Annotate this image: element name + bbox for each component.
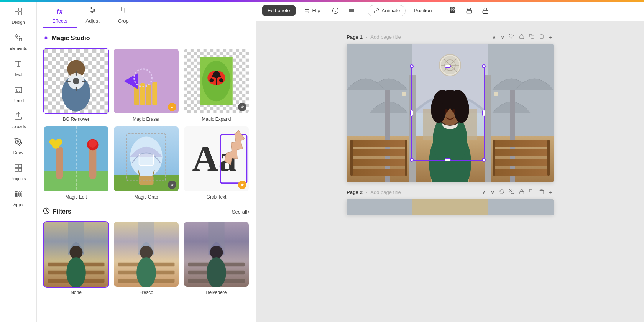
effect-card-magic-grab[interactable]: ♛ Magic Grab: [113, 126, 179, 200]
svg-rect-142: [350, 140, 407, 147]
svg-point-11: [18, 191, 19, 192]
sidebar-item-draw[interactable]: Draw: [3, 133, 34, 159]
svg-rect-104: [222, 263, 245, 267]
page-2-canvas-partial[interactable]: [347, 199, 554, 215]
svg-rect-123: [520, 36, 524, 38]
magic-studio-grid: BG Remover: [43, 48, 250, 200]
svg-rect-3: [19, 12, 22, 15]
svg-rect-177: [531, 191, 534, 194]
sidebar-item-projects[interactable]: Projects: [3, 159, 34, 185]
effect-thumb-magic-grab: ♛: [113, 126, 179, 192]
svg-rect-7: [16, 89, 18, 91]
page-2-label: Page 2 - Add page title ∧ ∨: [347, 188, 554, 196]
main-area: Edit photo Flip: [256, 0, 644, 322]
svg-rect-1: [19, 8, 22, 11]
sidebar: Design Elements Text Brand: [0, 0, 37, 322]
svg-point-160: [402, 92, 406, 96]
page-1-down-button[interactable]: ∨: [499, 33, 506, 41]
svg-rect-145: [350, 169, 407, 176]
svg-point-162: [494, 92, 498, 96]
menu-button[interactable]: [345, 4, 358, 17]
page-1-up-button[interactable]: ∧: [491, 33, 498, 41]
tab-adjust[interactable]: Adjust: [77, 3, 109, 28]
effect-thumb-bg-remover: [43, 48, 109, 114]
svg-rect-0: [15, 8, 18, 11]
svg-rect-93: [118, 263, 140, 267]
filter-label-none: None: [71, 290, 82, 295]
page-1-hide-button[interactable]: [508, 33, 516, 41]
filter-box-belvedere: [183, 221, 250, 288]
svg-rect-42: [152, 82, 157, 105]
page-1-add-button[interactable]: +: [547, 33, 554, 41]
effect-card-magic-expand[interactable]: ♛ Magic Expand: [183, 48, 250, 122]
page-2-up-button[interactable]: ∧: [481, 188, 488, 196]
filter-card-none[interactable]: None: [43, 221, 109, 295]
transparency-button[interactable]: [447, 4, 460, 17]
filters-header: Filters See all ›: [43, 207, 250, 216]
info-button[interactable]: [329, 4, 342, 17]
page-1-lock-button[interactable]: [518, 33, 526, 41]
sidebar-item-projects-label: Projects: [11, 176, 26, 181]
page-2-add-button[interactable]: +: [547, 188, 554, 196]
effect-label-magic-eraser: Magic Eraser: [133, 117, 160, 122]
sidebar-item-text[interactable]: Text: [3, 55, 34, 80]
svg-rect-87: [48, 279, 70, 283]
lock-button[interactable]: [479, 4, 492, 17]
svg-point-55: [210, 78, 214, 82]
text-icon: [14, 59, 23, 71]
see-all-button[interactable]: See all ›: [232, 209, 250, 215]
effect-card-grab-text[interactable]: Aa ★ Grab Text: [183, 126, 250, 200]
effect-card-magic-eraser[interactable]: ★ Magic Eraser: [113, 48, 179, 122]
see-all-label: See all: [232, 209, 247, 215]
page-2-delete-button[interactable]: [537, 188, 546, 196]
edit-photo-button[interactable]: Edit photo: [262, 5, 296, 16]
filter-card-fresco[interactable]: Fresco: [113, 221, 179, 295]
tab-effects[interactable]: fx Effects: [43, 5, 77, 28]
page-2-duplicate-button[interactable]: [527, 188, 536, 196]
svg-rect-94: [152, 263, 174, 267]
canvas-area[interactable]: Page 1 - Add page title ∧ ∨: [256, 21, 644, 322]
svg-rect-83: [48, 263, 70, 267]
sidebar-item-uploads[interactable]: Uploads: [3, 107, 34, 133]
page-2-title-placeholder[interactable]: Add page title: [370, 189, 401, 195]
svg-point-56: [219, 78, 223, 82]
badge-magic-eraser: ★: [168, 103, 176, 111]
sidebar-item-design[interactable]: Design: [3, 3, 34, 28]
svg-rect-179: [347, 199, 412, 215]
svg-point-12: [20, 191, 21, 192]
page-2-down-button[interactable]: ∨: [489, 188, 496, 196]
flip-button[interactable]: Flip: [299, 5, 326, 16]
svg-rect-2: [15, 12, 18, 15]
effects-tab-label: Effects: [52, 18, 67, 24]
svg-rect-151: [493, 169, 550, 176]
svg-point-117: [376, 10, 377, 11]
effect-card-magic-edit[interactable]: Magic Edit: [43, 126, 109, 200]
page-1-duplicate-button[interactable]: [527, 33, 536, 41]
svg-rect-140: [385, 90, 390, 182]
filter-card-belvedere[interactable]: Belvedere: [183, 221, 250, 295]
page-1-canvas[interactable]: [347, 44, 554, 182]
position-button[interactable]: Position: [409, 5, 437, 16]
filters-title: Filters: [43, 207, 71, 216]
color-button[interactable]: [463, 4, 476, 17]
svg-point-33: [73, 78, 79, 84]
page-1-delete-button[interactable]: [537, 33, 546, 41]
page-1-title-placeholder[interactable]: Add page title: [370, 34, 401, 40]
tab-crop[interactable]: Crop: [109, 3, 138, 28]
magic-studio-title: ✦ Magic Studio: [43, 34, 250, 43]
svg-rect-180: [488, 199, 554, 215]
page-2-lock-button[interactable]: [518, 188, 526, 196]
sidebar-item-apps[interactable]: Apps: [3, 186, 34, 211]
projects-icon: [14, 163, 23, 175]
page-2-refresh-button[interactable]: [498, 188, 506, 196]
badge-magic-expand: ♛: [238, 103, 246, 111]
page-2-number: Page 2: [347, 189, 363, 195]
sidebar-item-brand[interactable]: Brand: [3, 81, 34, 107]
effect-card-bg-remover[interactable]: BG Remover: [43, 48, 109, 122]
svg-point-16: [15, 196, 17, 197]
page-2-hide-button[interactable]: [508, 188, 516, 196]
sidebar-item-elements[interactable]: Elements: [3, 29, 34, 54]
badge-magic-grab: ♛: [168, 181, 176, 189]
magic-studio-label: Magic Studio: [52, 35, 90, 42]
animate-button[interactable]: Animate: [368, 5, 406, 16]
